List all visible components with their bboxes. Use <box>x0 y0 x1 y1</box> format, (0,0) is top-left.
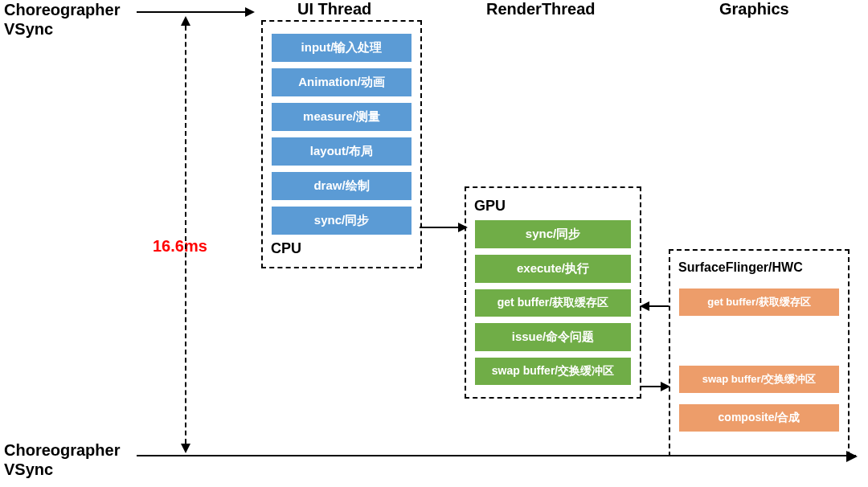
header-graphics: Graphics <box>719 0 789 18</box>
arrow-sf-to-gpu-getbuffer <box>641 305 669 307</box>
sf-stage-swap-buffer: swap buffer/交换缓冲区 <box>678 365 840 394</box>
frame-duration-bracket <box>185 18 186 452</box>
cpu-stage-animation: Animation/动画 <box>271 68 412 97</box>
gpu-stage-swap-buffer: swap buffer/交换缓冲区 <box>474 357 632 386</box>
choreographer-vsync-top: Choreographer VSync <box>4 0 120 39</box>
gpu-stage-sync: sync/同步 <box>474 219 632 249</box>
sf-box: SurfaceFlinger/HWC get buffer/获取缓存区 swap… <box>669 249 850 456</box>
sf-label: SurfaceFlinger/HWC <box>678 260 840 275</box>
cpu-box: input/输入处理 Animation/动画 measure/测量 layou… <box>261 20 422 268</box>
gpu-stage-execute: execute/执行 <box>474 254 632 284</box>
cpu-stage-layout: layout/布局 <box>271 137 412 166</box>
cpu-stage-draw: draw/绘制 <box>271 171 412 201</box>
gpu-box: GPU sync/同步 execute/执行 get buffer/获取缓存区 … <box>465 186 641 399</box>
arrow-vsync-to-cpu <box>137 11 253 13</box>
frame-timing: 16.6ms <box>153 237 207 256</box>
sf-stage-composite: composite/合成 <box>678 403 840 432</box>
header-ui-thread: UI Thread <box>297 0 371 18</box>
cpu-stage-input: input/输入处理 <box>271 33 412 63</box>
choreographer-vsync-bottom: Choreographer VSync <box>4 440 120 479</box>
arrow-gpu-to-sf-swap <box>641 386 669 387</box>
sf-stage-get-buffer: get buffer/获取缓存区 <box>678 288 840 317</box>
cpu-stage-sync: sync/同步 <box>271 206 412 235</box>
arrow-cpu-to-gpu <box>420 227 466 228</box>
gpu-label: GPU <box>474 198 632 215</box>
cpu-label: CPU <box>271 240 412 257</box>
header-render-thread: RenderThread <box>486 0 596 18</box>
gpu-stage-get-buffer: get buffer/获取缓存区 <box>474 289 632 317</box>
cpu-stage-measure: measure/测量 <box>271 102 412 132</box>
gpu-stage-issue: issue/命令问题 <box>474 322 632 352</box>
